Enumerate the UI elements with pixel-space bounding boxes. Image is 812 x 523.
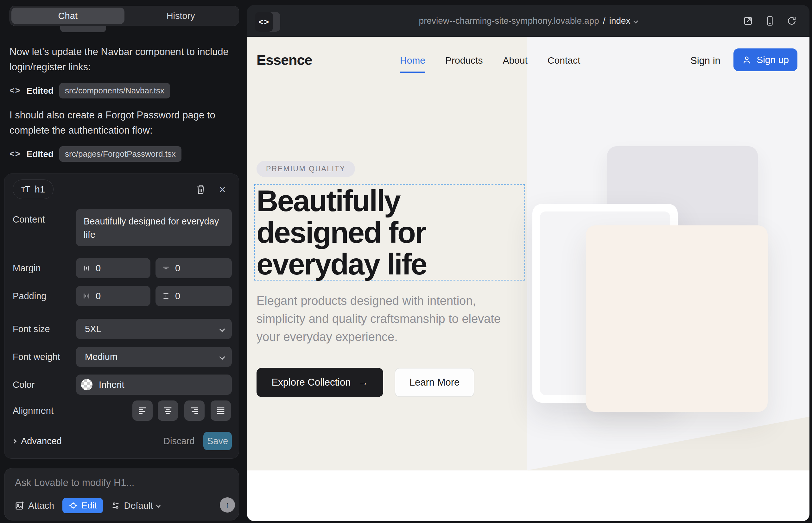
margin-y-input[interactable]: 0 [156, 258, 232, 278]
advanced-label: Advanced [21, 436, 62, 446]
chevron-down-icon [219, 326, 225, 332]
file-chip[interactable]: src/components/Navbar.tsx [59, 83, 170, 98]
open-external-button[interactable] [743, 16, 753, 26]
nav-link-about[interactable]: About [502, 55, 527, 66]
align-center-button[interactable] [158, 400, 178, 421]
refresh-button[interactable] [787, 16, 797, 26]
chevron-right-icon [12, 439, 16, 443]
font-size-value: 5XL [85, 324, 101, 334]
code-icon: <> [10, 86, 21, 96]
edited-file-row: <> Edited src/components/Navbar.tsx [10, 83, 170, 98]
mode-select[interactable]: Default [111, 501, 160, 511]
alignment-label: Alignment [13, 405, 54, 416]
align-justify-button[interactable] [211, 400, 231, 421]
padding-horizontal-icon [82, 292, 91, 300]
align-left-icon [137, 405, 148, 416]
attach-button[interactable]: Attach [15, 501, 54, 511]
code-icon: <> [255, 12, 273, 32]
file-chip[interactable]: src/pages/ForgotPassword.tsx [59, 146, 181, 162]
user-icon [742, 55, 752, 65]
attach-image-icon [15, 501, 24, 510]
explore-collection-button[interactable]: Explore Collection → [257, 368, 383, 397]
mode-label: Default [124, 501, 153, 511]
font-weight-label: Font weight [13, 352, 60, 362]
site-logo[interactable]: Essence [257, 52, 312, 68]
color-select[interactable]: Inherit [76, 375, 232, 395]
arrow-up-icon: ↑ [225, 500, 230, 510]
url-page: index [609, 16, 630, 26]
url-separator: / [603, 16, 605, 26]
sign-in-link[interactable]: Sign in [690, 55, 721, 67]
element-tag-badge: тT h1 [13, 180, 54, 199]
sign-up-label: Sign up [757, 54, 789, 65]
headline-line: Beautifully [257, 185, 427, 217]
padding-y-input[interactable]: 0 [156, 286, 232, 306]
tab-history[interactable]: History [124, 7, 237, 24]
close-panel-button[interactable]: × [216, 183, 229, 196]
chevron-down-icon [219, 354, 225, 360]
font-size-label: Font size [13, 324, 50, 334]
sign-up-button[interactable]: Sign up [734, 49, 797, 71]
headline-line: everyday life [257, 248, 427, 280]
nav-link-contact[interactable]: Contact [548, 55, 580, 66]
align-right-icon [189, 405, 200, 416]
discard-button[interactable]: Discard [163, 436, 194, 446]
composer-input[interactable]: Ask Lovable to modify H1... [15, 477, 134, 488]
margin-vertical-icon [162, 264, 170, 272]
code-icon: <> [10, 149, 21, 159]
padding-label: Padding [13, 291, 46, 301]
advanced-toggle[interactable]: Advanced [13, 436, 62, 446]
element-editor-panel: тT h1 × Content Beautifully designed for… [4, 174, 239, 459]
arrow-right-icon: → [358, 377, 368, 388]
url-domain: preview--charming-site-symphony.lovable.… [419, 16, 599, 26]
mobile-view-button[interactable] [765, 16, 775, 26]
attach-label: Attach [28, 501, 54, 511]
edit-label: Edit [82, 501, 96, 511]
send-button[interactable]: ↑ [220, 497, 235, 512]
font-weight-select[interactable]: Medium [76, 347, 232, 367]
chevron-down-icon [633, 18, 638, 23]
edited-label: Edited [27, 86, 54, 96]
margin-y-value: 0 [175, 263, 180, 273]
margin-horizontal-icon [82, 264, 91, 272]
color-label: Color [13, 380, 35, 390]
trash-icon [196, 184, 206, 195]
target-icon [69, 501, 77, 510]
padding-y-value: 0 [175, 291, 180, 301]
sidebar-tabbar: Chat History [10, 6, 239, 26]
edited-file-row: <> Edited src/pages/ForgotPassword.tsx [10, 146, 181, 162]
decor-card-beige [586, 226, 768, 412]
margin-x-value: 0 [96, 263, 101, 273]
chat-sidebar: Chat History Now let's update the Navbar… [0, 0, 247, 523]
save-button[interactable]: Save [203, 432, 232, 450]
chat-message: I should also create a Forgot Password p… [10, 108, 231, 138]
padding-x-input[interactable]: 0 [76, 286, 151, 306]
align-right-button[interactable] [184, 400, 205, 421]
nav-link-products[interactable]: Products [445, 55, 483, 66]
chevron-down-icon [156, 503, 161, 508]
tab-chat[interactable]: Chat [12, 7, 124, 24]
chat-composer: Ask Lovable to modify H1... Attach Edit [4, 468, 239, 521]
edited-label: Edited [27, 149, 54, 159]
content-input[interactable]: Beautifully designed for everyday life [76, 209, 232, 246]
color-swatch [81, 379, 92, 390]
margin-x-input[interactable]: 0 [76, 258, 151, 278]
edit-mode-button[interactable]: Edit [63, 498, 103, 513]
url-bar[interactable]: preview--charming-site-symphony.lovable.… [247, 5, 810, 37]
padding-vertical-icon [162, 292, 170, 300]
align-left-button[interactable] [133, 400, 153, 421]
preview-window: preview--charming-site-symphony.lovable.… [247, 5, 810, 521]
lovable-app: Chat History Now let's update the Navbar… [0, 0, 812, 523]
align-justify-icon [215, 405, 226, 416]
font-size-select[interactable]: 5XL [76, 319, 232, 339]
typography-icon: тT [21, 184, 30, 194]
hero-description: Elegant products designed with intention… [257, 292, 513, 346]
hero-headline[interactable]: Beautifully designed for everyday life [257, 185, 427, 280]
nav-link-home[interactable]: Home [400, 55, 425, 66]
preview-chrome-bar: preview--charming-site-symphony.lovable.… [247, 5, 810, 37]
font-weight-value: Medium [85, 352, 118, 362]
learn-more-button[interactable]: Learn More [394, 368, 474, 397]
hero-badge: PREMIUM QUALITY [257, 161, 355, 177]
delete-element-button[interactable] [194, 183, 207, 196]
code-view-toggle[interactable]: <> [255, 12, 280, 32]
